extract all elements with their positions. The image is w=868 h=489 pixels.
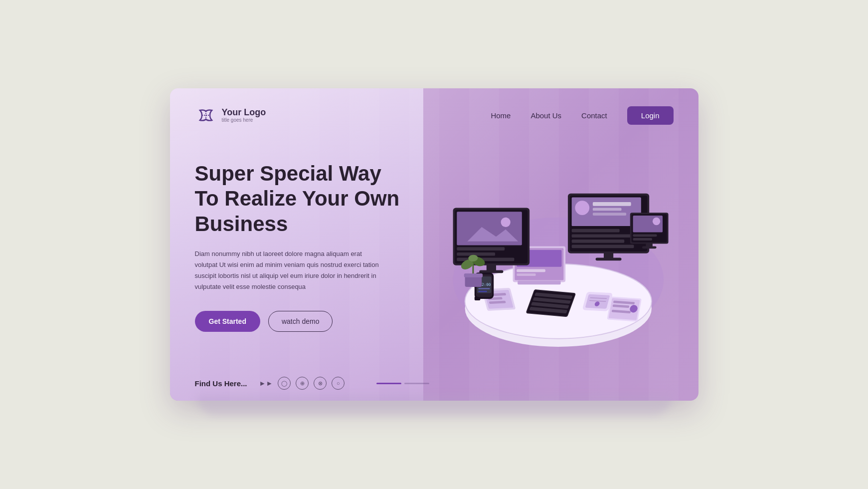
nav-home[interactable]: Home [491,111,511,120]
social-icons-group: ►► ◯ ⊕ ⊗ ○ [259,377,345,390]
svg-rect-41 [593,208,622,211]
svg-rect-25 [518,281,560,285]
svg-rect-53 [633,234,657,237]
svg-point-39 [575,201,590,215]
svg-rect-56 [642,246,657,248]
logo-text-block: Your Logo title goes here [222,108,266,123]
svg-rect-66 [464,273,483,277]
svg-rect-63 [479,288,490,289]
login-button[interactable]: Login [627,106,674,125]
progress-active [376,383,401,384]
logo-icon [195,104,217,126]
svg-rect-43 [572,229,620,233]
svg-rect-46 [572,245,634,248]
watch-demo-button[interactable]: watch demo [268,311,333,332]
landing-card: Your Logo title goes here Home About Us … [170,88,698,401]
social-linkedin-icon[interactable]: ○ [332,377,345,390]
svg-rect-45 [572,240,625,243]
find-us-text: Find Us Here... [195,379,247,388]
svg-rect-48 [596,257,622,260]
svg-rect-24 [517,273,536,276]
svg-point-30 [501,218,511,227]
svg-rect-40 [593,202,631,206]
progress-inactive [404,383,429,384]
nav-about[interactable]: About Us [530,111,561,120]
get-started-button[interactable]: Get Started [195,311,260,332]
svg-point-52 [653,218,660,225]
left-content: Super Special Way To Realize Your Own Bu… [195,146,425,366]
svg-rect-44 [572,234,639,238]
nav-contact[interactable]: Contact [581,111,607,120]
svg-rect-64 [479,291,487,292]
social-instagram-icon[interactable]: ◯ [278,377,291,390]
logo-name: Your Logo [222,108,266,118]
svg-rect-31 [457,247,505,250]
iso-scene: 12:00 [424,146,673,356]
svg-rect-32 [457,252,496,256]
progress-indicators [376,383,429,384]
main-nav: Home About Us Contact Login [491,106,673,125]
cta-buttons: Get Started watch demo [195,311,410,332]
hero-illustration: 12:00 [424,146,673,366]
content-layer: Your Logo title goes here Home About Us … [170,88,698,401]
isometric-svg: 12:00 [424,146,673,356]
header: Your Logo title goes here Home About Us … [170,88,698,136]
main-content: Super Special Way To Realize Your Own Bu… [170,136,698,366]
forward-icon[interactable]: ►► [259,379,273,387]
svg-rect-11 [585,294,610,309]
social-facebook-icon[interactable]: ⊗ [314,377,327,390]
svg-rect-59 [475,296,481,300]
hero-description: Diam nonummy nibh ut laoreet dolore magn… [195,248,384,292]
hero-title: Super Special Way To Realize Your Own Bu… [195,161,410,237]
svg-rect-54 [633,238,652,241]
page-wrapper: Your Logo title goes here Home About Us … [170,88,698,401]
svg-rect-23 [517,269,546,272]
svg-rect-42 [593,213,626,216]
social-twitter-icon[interactable]: ⊕ [296,377,309,390]
logo-subtitle: title goes here [222,117,266,123]
logo-area: Your Logo title goes here [195,104,266,126]
footer-strip: Find Us Here... ►► ◯ ⊕ ⊗ ○ [170,366,698,401]
